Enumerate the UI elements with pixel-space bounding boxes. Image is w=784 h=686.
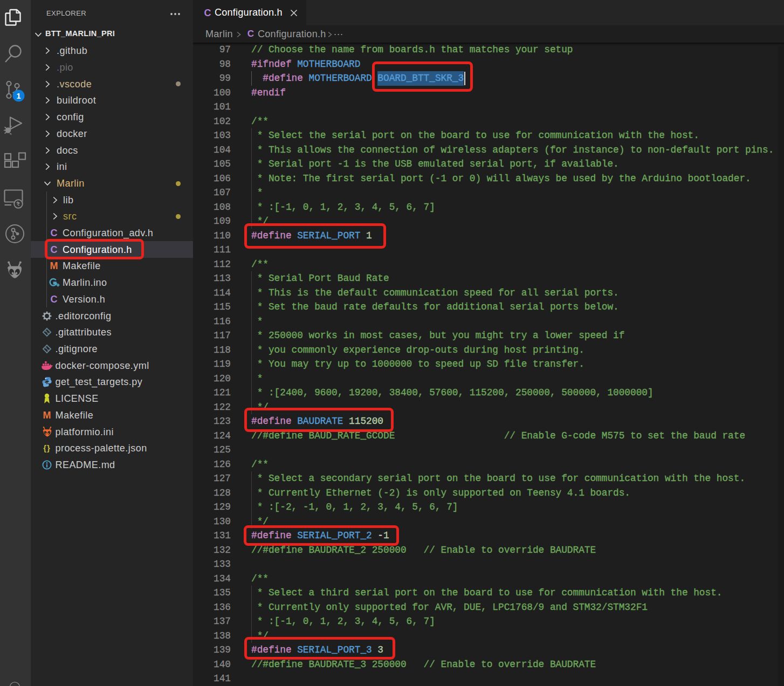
svg-text:1: 1	[16, 92, 20, 100]
